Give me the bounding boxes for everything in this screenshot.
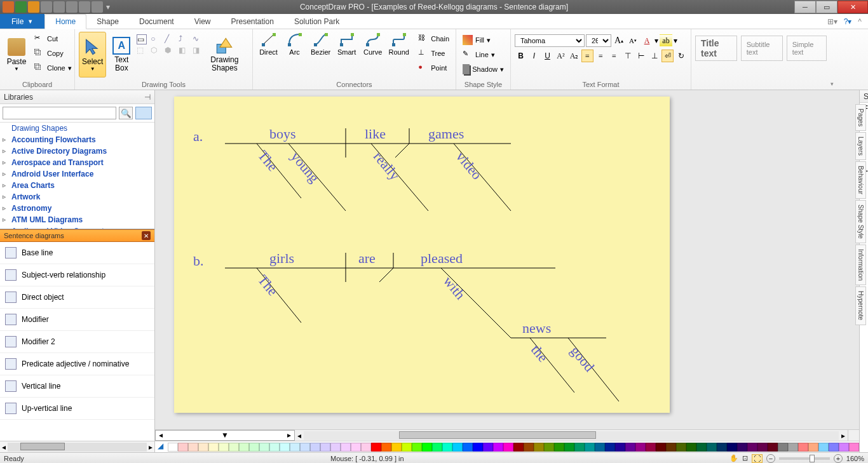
shadow-button[interactable]: Shadow ▾	[460, 62, 506, 76]
color-swatch[interactable]	[493, 443, 503, 452]
wrap-button[interactable]: ⏎	[661, 50, 674, 62]
view-toggle-button[interactable]	[135, 107, 152, 119]
lib-item[interactable]: Drawing Shapes	[0, 123, 154, 134]
color-swatch[interactable]	[198, 443, 208, 452]
color-swatch[interactable]	[310, 443, 320, 452]
color-swatch[interactable]	[839, 443, 849, 452]
fontsize-select[interactable]: 26	[586, 34, 611, 47]
subtitle-text-sample[interactable]: Subtitle text	[741, 36, 783, 61]
subscript-button[interactable]: A₂	[568, 50, 580, 62]
color-swatch[interactable]	[513, 443, 524, 452]
highlight-button[interactable]: ab	[660, 34, 672, 47]
color-swatch[interactable]	[503, 443, 513, 452]
lib-item[interactable]: Artwork	[0, 191, 154, 203]
grow-font-button[interactable]: A▴	[613, 34, 625, 47]
library-search-input[interactable]	[3, 107, 116, 119]
shape-item[interactable]: Predicate adjective / nominative	[0, 353, 154, 375]
side-tab-hypernote[interactable]: Hypernote	[855, 286, 866, 325]
color-swatch[interactable]	[798, 443, 808, 452]
connector-bezier[interactable]: Bezier	[309, 32, 332, 56]
align-right-button[interactable]: ≡	[608, 50, 620, 62]
word[interactable]: pleased	[421, 250, 463, 267]
color-swatch[interactable]	[168, 443, 178, 452]
tree-button[interactable]: ⊥Tree	[416, 46, 452, 60]
color-swatch[interactable]	[239, 443, 249, 452]
tool-icon[interactable]: ◨	[193, 46, 203, 56]
color-swatch[interactable]	[330, 443, 341, 452]
font-color-button[interactable]: A	[641, 34, 653, 47]
shrink-font-button[interactable]: A▾	[627, 34, 639, 47]
color-swatch[interactable]	[463, 443, 473, 452]
color-swatch[interactable]	[818, 443, 829, 452]
color-swatch[interactable]	[574, 443, 585, 452]
tab-home[interactable]: Home	[44, 14, 86, 29]
underline-button[interactable]: U	[541, 50, 553, 62]
side-tab-behaviour[interactable]: Behaviour	[855, 161, 866, 199]
color-swatch[interactable]	[280, 443, 290, 452]
tool-icon[interactable]: ⤴	[179, 34, 189, 44]
tool-icon[interactable]: ⬢	[165, 46, 175, 56]
zoom-out-button[interactable]: −	[766, 454, 775, 463]
chain-button[interactable]: ⛓Chain	[416, 32, 452, 46]
lib-item[interactable]: Astronomy	[0, 203, 154, 214]
color-swatch[interactable]	[717, 443, 727, 452]
title-text-sample[interactable]: Title text	[695, 36, 737, 61]
color-swatch[interactable]	[432, 443, 442, 452]
color-swatch[interactable]	[208, 443, 219, 452]
more-button[interactable]: ▾	[831, 81, 834, 87]
qat-undo-icon[interactable]	[15, 1, 27, 13]
hand-tool-icon[interactable]: ✋	[729, 454, 738, 462]
horizontal-scrollbar[interactable]: ◂ ▸	[295, 430, 848, 441]
tab-shape[interactable]: Shape	[86, 14, 129, 29]
color-swatch[interactable]	[595, 443, 605, 452]
color-swatch[interactable]	[747, 443, 757, 452]
shape-item[interactable]: Vertical line	[0, 375, 154, 398]
shape-item[interactable]: Up-vertical line	[0, 398, 154, 420]
tool-icon[interactable]: ○	[151, 34, 161, 44]
color-swatch[interactable]	[666, 443, 676, 452]
shape-item[interactable]: Direct object	[0, 286, 154, 309]
color-swatch[interactable]	[757, 443, 768, 452]
word[interactable]: boys	[269, 126, 296, 142]
side-tab-shape-style[interactable]: Shape Style	[855, 200, 866, 243]
color-swatch[interactable]	[361, 443, 371, 452]
shape-item[interactable]: Subject-verb relationship	[0, 264, 154, 286]
close-icon[interactable]: ✕	[142, 231, 151, 240]
color-swatch[interactable]	[351, 443, 361, 452]
qat-icon[interactable]	[53, 1, 65, 13]
point-button[interactable]: ●Point	[416, 61, 452, 75]
pin-icon[interactable]: ⊣	[144, 93, 151, 102]
color-swatch[interactable]	[625, 443, 635, 452]
textbox-button[interactable]: A Text Box	[109, 32, 134, 77]
palette-picker-icon[interactable]: ◢	[158, 441, 168, 452]
color-swatch[interactable]	[300, 443, 310, 452]
lib-item[interactable]: Android User Interface	[0, 168, 154, 180]
color-swatch[interactable]	[676, 443, 686, 452]
fit-icon[interactable]: ⛶	[752, 454, 763, 463]
file-tab[interactable]: File ▼	[0, 14, 44, 29]
line-button[interactable]: ✎Line ▾	[460, 48, 506, 62]
color-swatch[interactable]	[249, 443, 259, 452]
lib-item[interactable]: Accounting Flowcharts	[0, 134, 154, 145]
tool-icon[interactable]: ◧	[179, 46, 189, 56]
close-button[interactable]: ✕	[837, 1, 868, 13]
color-swatch[interactable]	[534, 443, 544, 452]
qat-icon[interactable]	[92, 1, 103, 13]
tab-scroll-left[interactable]: ◂	[156, 431, 166, 440]
minimize-button[interactable]: ─	[794, 1, 816, 13]
color-swatch[interactable]	[696, 443, 707, 452]
color-swatch[interactable]	[829, 443, 839, 452]
lib-item[interactable]: Area Charts	[0, 180, 154, 191]
shape-item[interactable]: Modifier	[0, 309, 154, 331]
connector-curve[interactable]: Curve	[361, 32, 384, 56]
tool-icon[interactable]: ⬚	[137, 46, 147, 56]
color-swatch[interactable]	[768, 443, 778, 452]
qat-icon[interactable]	[41, 1, 52, 13]
tab-solution-park[interactable]: Solution Park	[284, 14, 349, 29]
qat-icon[interactable]	[79, 1, 90, 13]
color-swatch[interactable]	[788, 443, 798, 452]
window-icon[interactable]: ⊞▾	[827, 17, 837, 26]
tool-icon[interactable]: ▭	[137, 34, 147, 44]
connector-arc[interactable]: Arc	[283, 32, 306, 56]
connector-smart[interactable]: Smart	[335, 32, 358, 56]
